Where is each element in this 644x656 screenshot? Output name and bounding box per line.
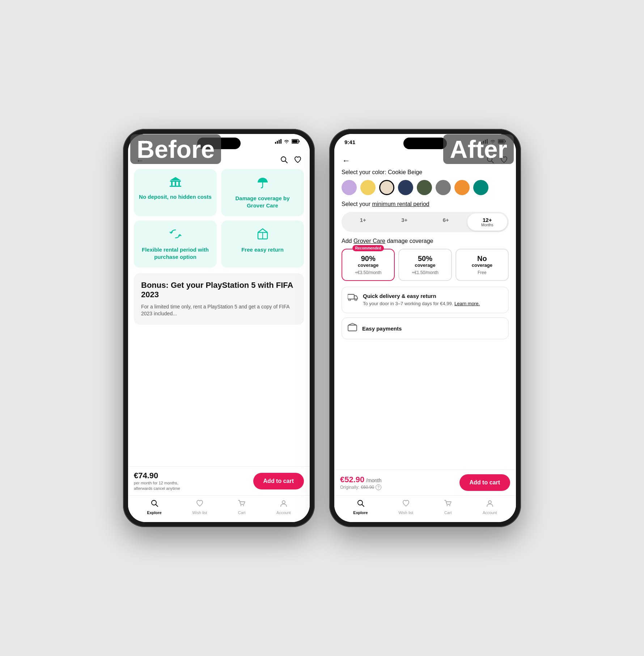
after-nav-wishlist[interactable]: Wish list xyxy=(398,499,413,515)
coverage-90-label: coverage xyxy=(345,262,391,268)
after-dynamic-island xyxy=(403,138,447,149)
after-cart-label: Cart xyxy=(444,510,452,515)
after-screen: 9:41 ← xyxy=(334,134,516,522)
svg-line-32 xyxy=(492,161,494,163)
bottom-nav: Explore Wish list Cart xyxy=(128,495,310,522)
color-navy[interactable] xyxy=(398,180,413,195)
svg-marker-37 xyxy=(348,323,356,325)
free-return-text: Free easy return xyxy=(241,246,284,253)
before-scroll-content[interactable]: No deposit, no hidden costs Damage cover… xyxy=(128,169,310,466)
coverage-90[interactable]: Recommended 90% coverage +€3.50/month xyxy=(342,249,395,281)
search-icon[interactable] xyxy=(280,156,288,165)
nav-explore[interactable]: Explore xyxy=(147,499,161,515)
after-scroll-content[interactable]: Select your color: Cookie Beige xyxy=(334,169,516,470)
info-icon[interactable]: ? xyxy=(376,484,381,490)
color-yellow[interactable] xyxy=(360,180,376,195)
refresh-icon xyxy=(169,228,182,243)
after-signal-icon xyxy=(481,139,488,145)
nav-wishlist[interactable]: Wish list xyxy=(192,499,207,515)
svg-point-42 xyxy=(488,501,491,504)
easy-payments-section: Easy payments xyxy=(342,318,509,339)
feature-card-return: Free easy return xyxy=(221,220,304,268)
bank-icon xyxy=(169,176,182,190)
after-nav-account[interactable]: Account xyxy=(483,499,497,515)
coverage-title: Add Grover Care damage coverage xyxy=(342,238,509,244)
feature-grid: No deposit, no hidden costs Damage cover… xyxy=(134,169,304,268)
nav-cart[interactable]: Cart xyxy=(238,499,246,515)
svg-rect-6 xyxy=(292,140,298,143)
learn-more-link[interactable]: Learn more. xyxy=(454,301,480,306)
after-battery-icon xyxy=(498,139,506,145)
coverage-90-price: +€3.50/month xyxy=(345,270,391,275)
svg-line-8 xyxy=(285,161,288,163)
after-wishlist-label: Wish list xyxy=(398,510,413,515)
feature-card-damage: Damage coverage by Grover Care xyxy=(221,169,304,216)
back-button[interactable]: ← xyxy=(136,156,144,165)
coverage-section: Add Grover Care damage coverage Recommen… xyxy=(342,238,509,281)
coverage-none-price: Free xyxy=(459,270,505,275)
color-beige[interactable] xyxy=(379,180,394,195)
svg-rect-1 xyxy=(277,141,278,144)
delivery-truck-icon xyxy=(348,293,358,303)
after-phone: After 9:41 xyxy=(329,129,521,527)
rental-3month[interactable]: 3+ xyxy=(385,213,425,231)
cart-nav-icon xyxy=(238,499,246,509)
after-price-info: €52.90 /month Originally: €60.90 ? xyxy=(340,475,382,490)
color-teal[interactable] xyxy=(473,180,488,195)
damage-coverage-text: Damage coverage by Grover Care xyxy=(226,195,299,209)
coverage-50[interactable]: 50% coverage +€1.50/month xyxy=(398,249,452,281)
color-dark-green[interactable] xyxy=(417,180,432,195)
coverage-none[interactable]: No coverage Free xyxy=(456,249,509,281)
after-nav-cart[interactable]: Cart xyxy=(444,499,452,515)
bonus-desc: For a limited time only, rent a PlayStat… xyxy=(141,303,297,318)
after-add-to-cart-button[interactable]: Add to cart xyxy=(459,474,510,491)
color-grey[interactable] xyxy=(436,180,451,195)
rental-12month[interactable]: 12+ Months xyxy=(467,213,508,231)
account-label: Account xyxy=(276,510,291,515)
svg-rect-0 xyxy=(275,142,276,144)
nav-account[interactable]: Account xyxy=(276,499,291,515)
color-swatches xyxy=(342,180,509,195)
color-orange[interactable] xyxy=(454,180,470,195)
svg-rect-26 xyxy=(485,140,486,144)
svg-rect-36 xyxy=(348,325,357,331)
after-price-bar: €52.90 /month Originally: €60.90 ? Add t… xyxy=(334,470,516,495)
delivery-info: Quick delivery & easy return To your doo… xyxy=(363,293,480,307)
after-bottom-nav: Explore Wish list Cart xyxy=(334,495,516,522)
svg-point-22 xyxy=(243,505,244,506)
after-cart-nav-icon xyxy=(444,499,452,509)
grover-care-link[interactable]: Grover Care xyxy=(353,238,385,244)
coverage-50-label: coverage xyxy=(402,262,448,268)
rental-title: Select your minimum rental period xyxy=(342,201,509,207)
svg-rect-13 xyxy=(170,186,181,187)
price-sub: per month for 12 months,afterwards cance… xyxy=(134,480,180,491)
svg-rect-3 xyxy=(280,139,281,144)
after-search-icon[interactable] xyxy=(486,156,494,165)
svg-marker-14 xyxy=(170,177,181,180)
before-screen-content: No deposit, no hidden costs Damage cover… xyxy=(128,169,310,522)
rental-title-link[interactable]: minimum rental period xyxy=(372,201,429,207)
add-to-cart-button[interactable]: Add to cart xyxy=(253,473,304,489)
payments-icon xyxy=(348,323,357,334)
svg-rect-24 xyxy=(481,142,482,144)
wishlist-icon[interactable] xyxy=(294,156,302,165)
rental-6month[interactable]: 6+ xyxy=(426,213,466,231)
svg-rect-29 xyxy=(505,140,506,142)
after-explore-icon xyxy=(357,499,365,509)
svg-point-35 xyxy=(355,299,357,301)
after-nav-explore[interactable]: Explore xyxy=(353,499,368,515)
svg-rect-12 xyxy=(178,182,180,186)
signal-icon xyxy=(275,139,281,145)
rental-1month[interactable]: 1+ xyxy=(343,213,383,231)
explore-label: Explore xyxy=(147,510,161,515)
svg-point-34 xyxy=(349,299,351,301)
svg-rect-25 xyxy=(483,141,484,144)
after-back-button[interactable]: ← xyxy=(342,156,350,165)
after-account-label: Account xyxy=(483,510,497,515)
color-lavender[interactable] xyxy=(342,180,357,195)
svg-rect-2 xyxy=(279,140,280,144)
coverage-50-percent: 50% xyxy=(402,255,448,262)
dynamic-island xyxy=(197,138,241,149)
after-wishlist-icon[interactable] xyxy=(500,156,508,165)
delivery-row: Quick delivery & easy return To your doo… xyxy=(348,293,503,307)
